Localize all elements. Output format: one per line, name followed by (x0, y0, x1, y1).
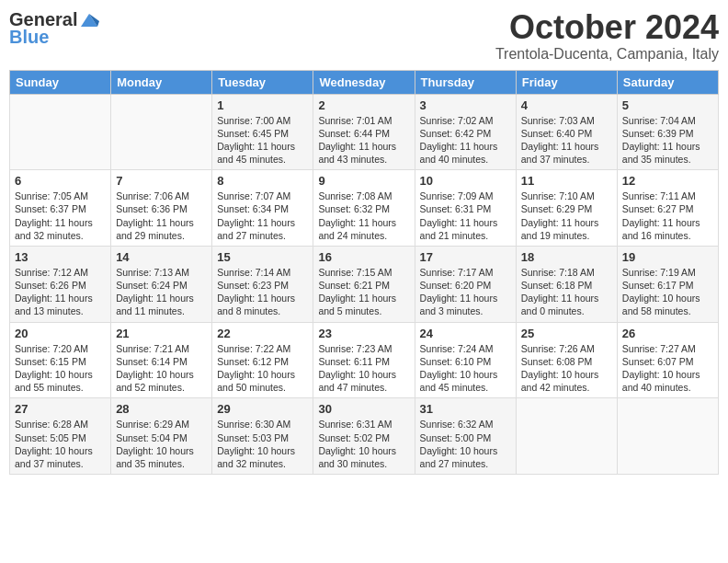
day-info: Sunrise: 6:30 AMSunset: 5:03 PMDaylight:… (217, 418, 308, 470)
day-number: 18 (521, 250, 612, 264)
calendar-week-row: 6Sunrise: 7:05 AMSunset: 6:37 PMDaylight… (10, 170, 719, 247)
calendar-cell: 2Sunrise: 7:01 AMSunset: 6:44 PMDaylight… (313, 94, 415, 170)
day-number: 4 (521, 98, 612, 112)
calendar-cell: 9Sunrise: 7:08 AMSunset: 6:32 PMDaylight… (313, 170, 415, 247)
calendar-week-row: 13Sunrise: 7:12 AMSunset: 6:26 PMDayligh… (10, 246, 719, 322)
day-number: 5 (622, 98, 713, 112)
day-info: Sunrise: 7:11 AMSunset: 6:27 PMDaylight:… (622, 190, 713, 242)
day-info: Sunrise: 7:03 AMSunset: 6:40 PMDaylight:… (521, 114, 612, 167)
calendar-cell: 10Sunrise: 7:09 AMSunset: 6:31 PMDayligh… (415, 170, 516, 247)
day-info: Sunrise: 7:23 AMSunset: 6:11 PMDaylight:… (318, 342, 409, 395)
calendar-cell: 22Sunrise: 7:22 AMSunset: 6:12 PMDayligh… (212, 322, 313, 398)
calendar-cell: 30Sunrise: 6:31 AMSunset: 5:02 PMDayligh… (313, 398, 415, 475)
day-number: 26 (622, 327, 713, 340)
calendar-table: SundayMondayTuesdayWednesdayThursdayFrid… (9, 70, 719, 475)
day-number: 23 (318, 327, 409, 340)
day-info: Sunrise: 7:22 AMSunset: 6:12 PMDaylight:… (217, 342, 308, 395)
calendar-cell: 7Sunrise: 7:06 AMSunset: 6:36 PMDaylight… (111, 170, 212, 247)
weekday-header-row: SundayMondayTuesdayWednesdayThursdayFrid… (10, 70, 719, 94)
day-number: 6 (15, 174, 106, 188)
weekday-header-wednesday: Wednesday (313, 70, 415, 94)
day-info: Sunrise: 7:06 AMSunset: 6:36 PMDaylight:… (116, 190, 207, 242)
day-info: Sunrise: 7:24 AMSunset: 6:10 PMDaylight:… (420, 342, 511, 395)
day-info: Sunrise: 7:08 AMSunset: 6:32 PMDaylight:… (318, 190, 409, 242)
day-number: 19 (622, 250, 713, 264)
calendar-cell: 5Sunrise: 7:04 AMSunset: 6:39 PMDaylight… (617, 94, 718, 170)
day-number: 29 (217, 402, 308, 416)
day-number: 22 (217, 327, 308, 340)
calendar-cell (516, 398, 617, 475)
day-number: 13 (15, 250, 106, 264)
day-number: 8 (217, 174, 308, 188)
day-number: 2 (318, 98, 409, 112)
calendar-cell: 26Sunrise: 7:27 AMSunset: 6:07 PMDayligh… (617, 322, 718, 398)
day-number: 30 (318, 402, 409, 416)
day-number: 17 (420, 250, 511, 264)
calendar-cell: 20Sunrise: 7:20 AMSunset: 6:15 PMDayligh… (10, 322, 111, 398)
day-info: Sunrise: 7:26 AMSunset: 6:08 PMDaylight:… (521, 342, 612, 395)
day-info: Sunrise: 6:28 AMSunset: 5:05 PMDaylight:… (15, 418, 106, 470)
day-number: 24 (420, 327, 511, 340)
day-info: Sunrise: 7:19 AMSunset: 6:17 PMDaylight:… (622, 266, 713, 318)
day-number: 20 (15, 327, 106, 340)
day-number: 31 (420, 402, 511, 416)
calendar-cell: 17Sunrise: 7:17 AMSunset: 6:20 PMDayligh… (415, 246, 516, 322)
calendar-cell: 13Sunrise: 7:12 AMSunset: 6:26 PMDayligh… (10, 246, 111, 322)
calendar-cell: 12Sunrise: 7:11 AMSunset: 6:27 PMDayligh… (617, 170, 718, 247)
calendar-cell: 19Sunrise: 7:19 AMSunset: 6:17 PMDayligh… (617, 246, 718, 322)
day-info: Sunrise: 7:02 AMSunset: 6:42 PMDaylight:… (420, 114, 511, 167)
weekday-header-sunday: Sunday (10, 70, 111, 94)
month-title: October 2024 (495, 9, 719, 46)
calendar-week-row: 1Sunrise: 7:00 AMSunset: 6:45 PMDaylight… (10, 94, 719, 170)
calendar-cell: 14Sunrise: 7:13 AMSunset: 6:24 PMDayligh… (111, 246, 212, 322)
day-info: Sunrise: 7:27 AMSunset: 6:07 PMDaylight:… (622, 342, 713, 395)
day-number: 27 (15, 402, 106, 416)
logo: General Blue (9, 9, 99, 48)
calendar-cell: 3Sunrise: 7:02 AMSunset: 6:42 PMDaylight… (415, 94, 516, 170)
calendar-cell: 8Sunrise: 7:07 AMSunset: 6:34 PMDaylight… (212, 170, 313, 247)
day-number: 14 (116, 250, 207, 264)
day-info: Sunrise: 7:14 AMSunset: 6:23 PMDaylight:… (217, 266, 308, 318)
day-info: Sunrise: 7:15 AMSunset: 6:21 PMDaylight:… (318, 266, 409, 318)
calendar-week-row: 20Sunrise: 7:20 AMSunset: 6:15 PMDayligh… (10, 322, 719, 398)
calendar-cell: 1Sunrise: 7:00 AMSunset: 6:45 PMDaylight… (212, 94, 313, 170)
location-title: Trentola-Ducenta, Campania, Italy (495, 46, 719, 63)
calendar-cell: 16Sunrise: 7:15 AMSunset: 6:21 PMDayligh… (313, 246, 415, 322)
calendar-cell: 27Sunrise: 6:28 AMSunset: 5:05 PMDayligh… (10, 398, 111, 475)
day-number: 3 (420, 98, 511, 112)
weekday-header-thursday: Thursday (415, 70, 516, 94)
day-info: Sunrise: 7:01 AMSunset: 6:44 PMDaylight:… (318, 114, 409, 167)
logo-icon (79, 10, 99, 30)
day-info: Sunrise: 7:05 AMSunset: 6:37 PMDaylight:… (15, 190, 106, 242)
page-header: General Blue October 2024 Trentola-Ducen… (9, 9, 719, 63)
day-info: Sunrise: 6:32 AMSunset: 5:00 PMDaylight:… (420, 418, 511, 470)
calendar-cell: 21Sunrise: 7:21 AMSunset: 6:14 PMDayligh… (111, 322, 212, 398)
calendar-cell (617, 398, 718, 475)
calendar-cell: 15Sunrise: 7:14 AMSunset: 6:23 PMDayligh… (212, 246, 313, 322)
day-info: Sunrise: 6:29 AMSunset: 5:04 PMDaylight:… (116, 418, 207, 470)
calendar-cell: 4Sunrise: 7:03 AMSunset: 6:40 PMDaylight… (516, 94, 617, 170)
title-section: October 2024 Trentola-Ducenta, Campania,… (495, 9, 719, 63)
day-info: Sunrise: 7:17 AMSunset: 6:20 PMDaylight:… (420, 266, 511, 318)
day-number: 25 (521, 327, 612, 340)
calendar-cell (10, 94, 111, 170)
calendar-cell: 25Sunrise: 7:26 AMSunset: 6:08 PMDayligh… (516, 322, 617, 398)
weekday-header-tuesday: Tuesday (212, 70, 313, 94)
day-info: Sunrise: 7:21 AMSunset: 6:14 PMDaylight:… (116, 342, 207, 395)
calendar-cell: 31Sunrise: 6:32 AMSunset: 5:00 PMDayligh… (415, 398, 516, 475)
day-number: 15 (217, 250, 308, 264)
day-info: Sunrise: 7:18 AMSunset: 6:18 PMDaylight:… (521, 266, 612, 318)
day-info: Sunrise: 7:13 AMSunset: 6:24 PMDaylight:… (116, 266, 207, 318)
day-info: Sunrise: 7:12 AMSunset: 6:26 PMDaylight:… (15, 266, 106, 318)
calendar-cell: 11Sunrise: 7:10 AMSunset: 6:29 PMDayligh… (516, 170, 617, 247)
day-info: Sunrise: 7:04 AMSunset: 6:39 PMDaylight:… (622, 114, 713, 167)
calendar-week-row: 27Sunrise: 6:28 AMSunset: 5:05 PMDayligh… (10, 398, 719, 475)
day-number: 16 (318, 250, 409, 264)
logo-blue: Blue (9, 27, 49, 48)
day-number: 11 (521, 174, 612, 188)
calendar-cell: 18Sunrise: 7:18 AMSunset: 6:18 PMDayligh… (516, 246, 617, 322)
day-number: 10 (420, 174, 511, 188)
day-number: 7 (116, 174, 207, 188)
calendar-cell (111, 94, 212, 170)
weekday-header-saturday: Saturday (617, 70, 718, 94)
